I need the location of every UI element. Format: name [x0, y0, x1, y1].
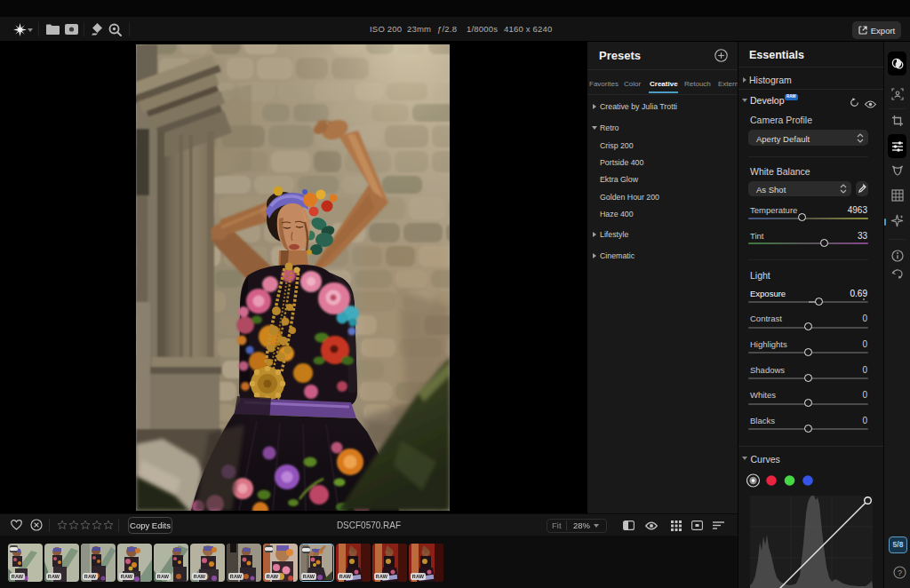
svg-text:?: ? — [898, 568, 902, 577]
